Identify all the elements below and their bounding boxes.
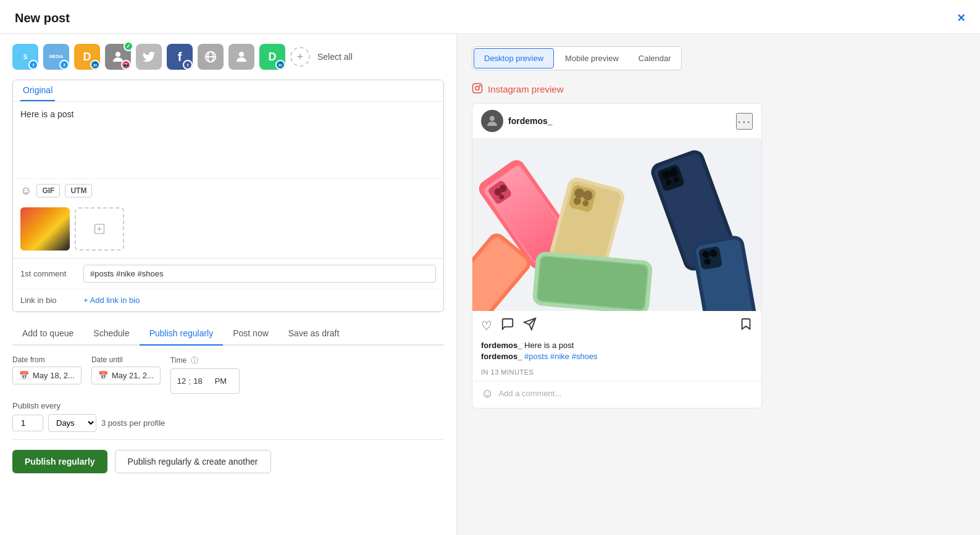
time-group: Time ⓘ 12 : 18 PM	[170, 355, 240, 394]
tab-save-as-draft[interactable]: Save as draft	[279, 322, 350, 346]
save-button[interactable]	[739, 317, 753, 334]
modal-overlay: New post × S f MEDIA f D in	[0, 0, 980, 535]
date-until-group: Date until 📅 May 21, 2...	[91, 355, 161, 394]
schedule-options: Date from 📅 May 18, 2... Date until 📅 Ma…	[12, 346, 444, 483]
tab-add-to-queue[interactable]: Add to queue	[12, 322, 83, 346]
date-row: Date from 📅 May 18, 2... Date until 📅 Ma…	[12, 355, 444, 394]
comment-button[interactable]	[501, 317, 514, 334]
publish-every-label: Publish every	[12, 401, 444, 410]
divider	[12, 439, 444, 440]
images-row	[13, 202, 443, 258]
time-separator: :	[188, 376, 191, 386]
add-icon-button[interactable]: +	[290, 47, 310, 67]
time-input[interactable]: 12 : 18 PM	[170, 368, 240, 394]
social-icon-twitter[interactable]	[136, 44, 162, 70]
gif-button[interactable]: GIF	[36, 184, 60, 197]
publish-every-row: Publish every Days Weeks 3 posts per pro…	[12, 401, 444, 432]
modal-title: New post	[15, 11, 70, 25]
date-until-value: May 21, 2...	[112, 371, 154, 380]
comment-input-placeholder[interactable]: Add a comment...	[498, 389, 753, 398]
post-tab: Original	[13, 80, 443, 102]
publish-regularly-create-another-button[interactable]: Publish regularly & create another	[115, 450, 271, 473]
svg-rect-39	[698, 246, 722, 270]
instagram-user: fordemos_	[481, 110, 553, 132]
time-minute: 18	[193, 376, 202, 386]
instagram-image	[472, 138, 761, 311]
svg-rect-8	[473, 84, 482, 93]
tab-publish-regularly[interactable]: Publish regularly	[140, 322, 224, 346]
left-panel: S f MEDIA f D in ✓ 📷	[0, 34, 457, 535]
post-content-box: Original Here is a post ☺ GIF UTM	[12, 80, 444, 312]
original-tab[interactable]: Original	[20, 80, 55, 101]
time-hour: 12	[177, 376, 186, 386]
first-comment-label: 1st comment	[20, 269, 76, 278]
ampm-button[interactable]: PM	[209, 373, 233, 389]
date-until-input[interactable]: 📅 May 21, 2...	[91, 367, 161, 384]
first-comment-row: 1st comment	[13, 259, 443, 289]
emoji-button[interactable]: ☺	[20, 185, 31, 197]
publish-every-number[interactable]	[12, 415, 43, 431]
calendar-icon-2: 📅	[98, 371, 108, 380]
social-icon-1[interactable]: S f	[12, 44, 38, 70]
svg-rect-29	[537, 256, 648, 310]
instagram-preview-title: Instagram preview	[488, 84, 564, 94]
utm-button[interactable]: UTM	[65, 184, 92, 197]
extra-fields: 1st comment Link in bio + Add link in bi…	[13, 258, 443, 312]
caption-text: Here is a post	[524, 341, 574, 350]
caption-username: fordemos_	[481, 341, 522, 350]
date-from-label: Date from	[12, 355, 82, 364]
close-button[interactable]: ×	[957, 10, 965, 26]
image-add-button[interactable]	[75, 207, 124, 251]
tabs-row: Add to queue Schedule Publish regularly …	[12, 322, 444, 346]
mobile-preview-tab[interactable]: Mobile preview	[555, 47, 629, 70]
caption-hashtags: #posts #nike #shoes	[524, 352, 598, 361]
days-select[interactable]: Days Weeks	[48, 414, 96, 432]
social-icons-row: S f MEDIA f D in ✓ 📷	[12, 44, 444, 70]
social-icon-2[interactable]: MEDIA f	[43, 44, 69, 70]
calendar-icon: 📅	[19, 371, 29, 380]
comment-emoji-button[interactable]: ☺	[481, 386, 493, 400]
instagram-username: fordemos_	[508, 116, 553, 126]
social-icon-3[interactable]: D in	[74, 44, 100, 70]
instagram-preview-card: fordemos_ ···	[472, 103, 762, 409]
image-thumb-1[interactable]	[20, 207, 70, 251]
instagram-time: IN 13 MINUTES	[472, 367, 761, 381]
date-from-group: Date from 📅 May 18, 2...	[12, 355, 82, 394]
publish-regularly-button[interactable]: Publish regularly	[12, 450, 107, 473]
preview-tabs: Desktop preview Mobile preview Calendar	[472, 46, 682, 70]
svg-point-11	[490, 116, 495, 121]
select-all-button[interactable]: Select all	[317, 52, 353, 62]
social-icon-facebook[interactable]: f f	[167, 44, 193, 70]
post-textarea[interactable]: Here is a post	[13, 102, 443, 176]
instagram-more-button[interactable]: ···	[736, 113, 753, 130]
first-comment-input[interactable]	[83, 265, 436, 283]
svg-point-9	[475, 86, 479, 90]
social-icon-instagram[interactable]: ✓ 📷	[105, 44, 131, 70]
calendar-tab[interactable]: Calendar	[629, 47, 681, 70]
time-label: Time ⓘ	[170, 355, 240, 366]
instagram-actions: ♡	[472, 311, 761, 340]
hashtag-username: fordemos_	[481, 352, 522, 361]
tab-schedule[interactable]: Schedule	[83, 322, 139, 346]
svg-point-4	[239, 52, 244, 57]
posts-info: 3 posts per profile	[101, 418, 165, 428]
add-link-in-bio-button[interactable]: + Add link in bio	[83, 296, 140, 305]
instagram-comment-row: ☺ Add a comment...	[472, 381, 761, 408]
instagram-card-header: fordemos_ ···	[472, 104, 761, 138]
instagram-icon	[472, 83, 483, 96]
desktop-preview-tab[interactable]: Desktop preview	[474, 48, 554, 68]
social-icon-7[interactable]	[198, 44, 224, 70]
date-from-value: May 18, 2...	[33, 371, 75, 380]
tab-post-now[interactable]: Post now	[223, 322, 279, 346]
link-in-bio-label: Link in bio	[20, 296, 76, 305]
share-button[interactable]	[523, 317, 537, 334]
social-icon-8[interactable]	[228, 44, 254, 70]
date-from-input[interactable]: 📅 May 18, 2...	[12, 367, 82, 384]
instagram-avatar	[481, 110, 503, 132]
modal-body: S f MEDIA f D in ✓ 📷	[0, 34, 980, 535]
post-toolbar: ☺ GIF UTM	[13, 178, 443, 202]
like-button[interactable]: ♡	[481, 318, 492, 333]
instagram-caption: fordemos_ Here is a post fordemos_ #post…	[472, 340, 761, 367]
social-icon-9[interactable]: D in	[259, 44, 285, 70]
publish-every-controls: Days Weeks 3 posts per profile	[12, 414, 444, 432]
